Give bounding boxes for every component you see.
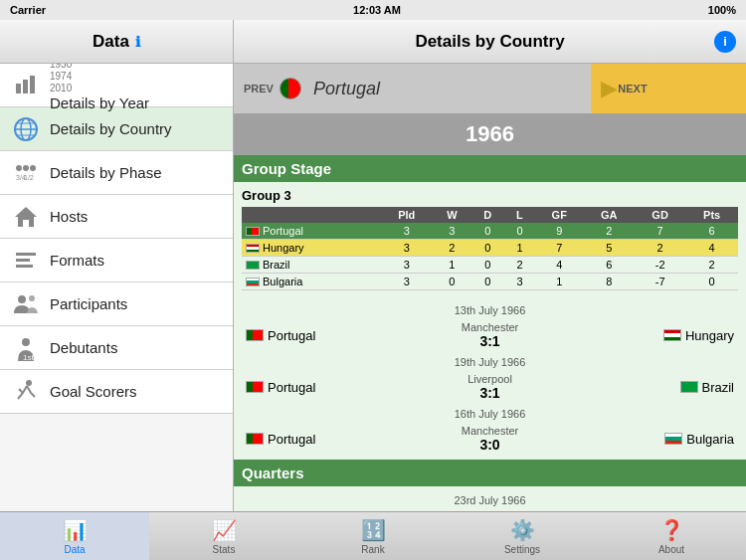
quarters-label: Quarters bbox=[242, 465, 304, 481]
people-icon bbox=[10, 288, 42, 320]
runner-icon bbox=[10, 376, 42, 408]
sidebar: 193019742010 Details by Year Details by … bbox=[0, 64, 234, 511]
nav-right: Details by Country i bbox=[234, 20, 746, 63]
sidebar-item-details-by-country[interactable]: Details by Country bbox=[0, 107, 233, 151]
sidebar-label-participants: Participants bbox=[50, 295, 127, 312]
settings-tab-icon: ⚙️ bbox=[510, 518, 535, 542]
sidebar-item-formats[interactable]: Formats bbox=[0, 239, 233, 282]
score-1: 3:1 bbox=[409, 333, 572, 349]
nav-left-title: Data bbox=[93, 32, 129, 52]
year-text: 1966 bbox=[466, 121, 514, 146]
groups-icon: 3/4 1/2 bbox=[10, 157, 42, 189]
tab-rank-label: Rank bbox=[361, 544, 384, 555]
house-icon bbox=[10, 201, 42, 233]
sidebar-label-details-by-year: Details by Year bbox=[50, 94, 149, 111]
sidebar-years: 193019742010 bbox=[50, 64, 149, 94]
tab-data[interactable]: 📊 Data bbox=[0, 512, 149, 560]
home-team-1: Portugal bbox=[268, 328, 315, 343]
sidebar-label-details-by-country: Details by Country bbox=[50, 120, 172, 137]
tab-data-label: Data bbox=[64, 544, 85, 555]
svg-point-21 bbox=[26, 380, 32, 386]
home-team-3: Portugal bbox=[268, 432, 315, 447]
sidebar-label-debutants: Debutants bbox=[50, 339, 117, 356]
svg-point-19 bbox=[22, 338, 30, 346]
group-table: Pld W D L GF GA GD Pts Portugal bbox=[242, 207, 738, 290]
score-2: 3:1 bbox=[409, 385, 572, 401]
svg-rect-14 bbox=[16, 253, 36, 256]
portugal-flag-2 bbox=[246, 381, 264, 393]
sidebar-label-goal-scorers: Goal Scorers bbox=[50, 383, 137, 400]
table-row: Bulgaria bbox=[242, 274, 380, 290]
sidebar-item-details-by-year[interactable]: 193019742010 Details by Year bbox=[0, 64, 233, 107]
home-team-2: Portugal bbox=[268, 380, 315, 395]
match-date-q: 23rd July 1966 bbox=[242, 490, 738, 508]
match-date-1: 13th July 1966 bbox=[242, 300, 738, 318]
away-team-2: Brazil bbox=[702, 380, 735, 395]
tab-settings-label: Settings bbox=[504, 544, 540, 555]
prev-arrow: PREV bbox=[244, 83, 274, 94]
venue-1: Manchester bbox=[409, 321, 572, 333]
col-pts: Pts bbox=[685, 207, 738, 223]
main-layout: 193019742010 Details by Year Details by … bbox=[0, 64, 746, 511]
hungary-flag bbox=[663, 329, 681, 341]
carrier: Carrier bbox=[10, 4, 46, 16]
section-quarters: Quarters bbox=[234, 460, 746, 486]
svg-point-9 bbox=[23, 165, 29, 171]
svg-point-8 bbox=[16, 165, 22, 171]
prev-button[interactable]: PREV Portugal bbox=[234, 64, 591, 113]
year-header: 1966 bbox=[234, 113, 746, 155]
svg-point-17 bbox=[18, 295, 26, 303]
tab-stats-label: Stats bbox=[213, 544, 236, 555]
match-away-2: Brazil bbox=[571, 380, 734, 395]
svg-rect-2 bbox=[30, 76, 35, 93]
globe-icon bbox=[10, 113, 42, 145]
svg-rect-1 bbox=[23, 80, 28, 93]
table-row: Portugal bbox=[242, 223, 380, 240]
table-row: Brazil bbox=[242, 257, 380, 274]
col-gf: GF bbox=[535, 207, 584, 223]
portugal-flag-1 bbox=[246, 329, 264, 341]
sidebar-item-participants[interactable]: Participants bbox=[0, 282, 233, 326]
info-icon[interactable]: ℹ bbox=[135, 34, 140, 50]
col-w: W bbox=[433, 207, 471, 223]
nav-left: Data ℹ bbox=[0, 20, 234, 63]
about-tab-icon: ❓ bbox=[659, 518, 684, 542]
quarters-matches: 23rd July 1966 Portugal Liverpool 5:3 No… bbox=[234, 486, 746, 511]
tab-rank[interactable]: 🔢 Rank bbox=[298, 512, 448, 560]
venue-3: Manchester bbox=[409, 425, 572, 437]
match-3: Portugal Manchester 3:0 Bulgaria bbox=[242, 422, 738, 456]
bar-chart-icon bbox=[10, 70, 42, 101]
sidebar-item-details-by-phase[interactable]: 3/4 1/2 Details by Phase bbox=[0, 151, 233, 195]
match-home-1: Portugal bbox=[246, 328, 409, 343]
next-button[interactable]: ▶ NEXT bbox=[591, 64, 746, 113]
svg-marker-13 bbox=[15, 207, 37, 227]
nav-right-icon[interactable]: i bbox=[714, 31, 736, 53]
status-bar: Carrier 12:03 AM 100% bbox=[0, 0, 746, 20]
away-team-1: Hungary bbox=[685, 328, 734, 343]
tab-stats[interactable]: 📈 Stats bbox=[149, 512, 298, 560]
venue-2: Liverpool bbox=[409, 373, 572, 385]
match-1: Portugal Manchester 3:1 Hungary bbox=[242, 318, 738, 352]
debutant-icon: 1st bbox=[10, 332, 42, 364]
svg-rect-16 bbox=[16, 265, 33, 268]
group-container: Group 3 Pld W D L GF GA GD Pts bbox=[234, 182, 746, 296]
col-d: D bbox=[471, 207, 504, 223]
match-home-3: Portugal bbox=[246, 432, 409, 447]
time: 12:03 AM bbox=[353, 4, 401, 16]
col-ga: GA bbox=[584, 207, 635, 223]
sidebar-label-formats: Formats bbox=[50, 252, 104, 269]
match-date-3: 16th July 1966 bbox=[242, 404, 738, 422]
col-l: L bbox=[504, 207, 535, 223]
sidebar-item-debutants[interactable]: 1st Debutants bbox=[0, 326, 233, 370]
battery: 100% bbox=[708, 4, 736, 16]
svg-rect-0 bbox=[16, 84, 21, 93]
sidebar-item-hosts[interactable]: Hosts bbox=[0, 195, 233, 239]
sidebar-item-goal-scorers[interactable]: Goal Scorers bbox=[0, 370, 233, 414]
tab-settings[interactable]: ⚙️ Settings bbox=[448, 512, 597, 560]
tab-about-label: About bbox=[658, 544, 684, 555]
tab-about[interactable]: ❓ About bbox=[597, 512, 746, 560]
nav-bar: Data ℹ Details by Country i bbox=[0, 20, 746, 64]
match-away-1: Hungary bbox=[571, 328, 734, 343]
match-away-3: Bulgaria bbox=[571, 432, 734, 447]
tab-bar: 📊 Data 📈 Stats 🔢 Rank ⚙️ Settings ❓ Abou… bbox=[0, 511, 746, 560]
